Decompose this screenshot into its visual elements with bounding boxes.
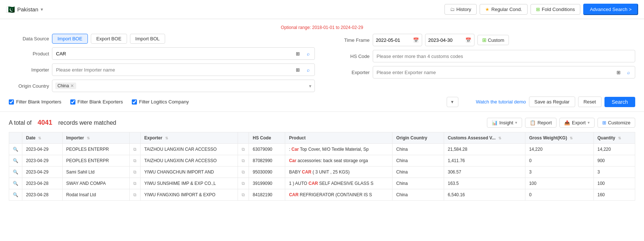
reset-btn[interactable]: Reset xyxy=(578,96,602,107)
row-importer: PEOPLES ENTERPR xyxy=(62,155,129,167)
th-gross-weight[interactable]: Gross Weight(KG) ⇅ xyxy=(525,132,594,144)
row-hscode: 84182190 xyxy=(249,189,285,201)
row-search-icon[interactable]: 🔍 xyxy=(9,155,22,167)
row-importer: SWAY AND COMPA xyxy=(62,178,129,189)
row-copy-exporter[interactable]: ⧉ xyxy=(238,189,249,201)
row-copy-importer[interactable]: ⧉ xyxy=(130,178,141,189)
th-origin: Origin Country xyxy=(392,132,444,144)
row-importer: PEOPLES ENTERPR xyxy=(62,144,129,155)
filter-logistics[interactable]: Filter Logitics Company xyxy=(132,99,189,105)
search-area: Optional range: 2018-01-01 to 2024-02-29… xyxy=(0,19,644,112)
insight-btn[interactable]: 📊 Insight ▾ xyxy=(487,118,522,128)
date-from-input[interactable] xyxy=(376,37,411,43)
row-quantity: 900 xyxy=(593,155,635,167)
report-btn[interactable]: 📋 Report xyxy=(525,118,556,128)
report-icon: 📋 xyxy=(530,120,536,125)
th-hscode: HS Code xyxy=(249,132,285,144)
exporter-translate-icon[interactable]: ⊞ xyxy=(614,68,623,77)
row-product: 1 ) AUTO CAR SELF ADHESIVE GLASS S xyxy=(285,178,392,189)
star-icon: ★ xyxy=(485,7,489,12)
fold-conditions-button[interactable]: ⊞ Fold Conditions xyxy=(531,4,580,15)
row-search-icon[interactable]: 🔍 xyxy=(9,189,22,201)
calendar-to-icon[interactable]: 📅 xyxy=(465,37,471,43)
product-translate-icon[interactable]: ⊞ xyxy=(294,49,302,58)
row-date: 2023-04-28 xyxy=(22,178,63,189)
hs-code-label: HS Code xyxy=(330,54,370,59)
expand-filters-btn[interactable]: ▾ xyxy=(447,97,458,107)
advanced-search-button[interactable]: Advanced Search > xyxy=(583,4,638,15)
export-boe-btn[interactable]: Export BOE xyxy=(91,34,127,44)
row-hscode: 63079090 xyxy=(249,144,285,155)
row-gross-weight: 3 xyxy=(525,167,594,178)
date-to-input[interactable] xyxy=(428,37,463,43)
row-search-icon[interactable]: 🔍 xyxy=(9,144,22,155)
timeframe-row: Time Frame 📅 📅 ⊞ Custom xyxy=(330,34,636,46)
timeframe-label: Time Frame xyxy=(330,37,370,43)
import-bol-btn[interactable]: Import BOL xyxy=(130,34,165,44)
th-actions xyxy=(9,132,22,144)
row-date: 2023-04-29 xyxy=(22,167,63,178)
calendar-from-icon[interactable]: 📅 xyxy=(413,37,419,43)
th-customs-value[interactable]: Customs Assessed V... ⇅ xyxy=(444,132,525,144)
row-copy-importer[interactable]: ⧉ xyxy=(130,155,141,167)
exporter-search-icon[interactable]: ⌕ xyxy=(624,68,633,77)
filter-blank-exporters[interactable]: Filter Blank Exporters xyxy=(70,99,123,105)
row-search-icon[interactable]: 🔍 xyxy=(9,178,22,189)
row-copy-exporter[interactable]: ⧉ xyxy=(238,155,249,167)
country-selector[interactable]: 🇵🇰 Pakistan ▾ xyxy=(6,5,43,14)
importer-translate-icon[interactable]: ⊞ xyxy=(294,65,302,74)
export-icon: 📤 xyxy=(564,120,570,125)
th-date[interactable]: Date ⇅ xyxy=(22,132,63,144)
th-importer[interactable]: Importer ⇅ xyxy=(62,132,129,144)
export-btn[interactable]: 📤 Export ▾ xyxy=(559,118,595,128)
row-product: BABY CAR ( 3 UNIT , 25 KGS) xyxy=(285,167,392,178)
datasource-buttons: Import BOE Export BOE Import BOL xyxy=(52,34,165,44)
row-date: 2023-04-29 xyxy=(22,155,63,167)
history-button[interactable]: 🗂 History xyxy=(444,4,477,15)
th-quantity[interactable]: Quantity ⇅ xyxy=(593,132,635,144)
row-copy-exporter[interactable]: ⧉ xyxy=(238,167,249,178)
product-input[interactable] xyxy=(52,47,315,60)
customize-icon: ⊞ xyxy=(602,120,606,125)
product-search-icon[interactable]: ⌕ xyxy=(304,49,313,58)
exporter-row: Exporter ⊞ ⌕ xyxy=(330,66,636,78)
import-boe-btn[interactable]: Import BOE xyxy=(52,34,88,44)
results-count: A total of 4041 records were matched xyxy=(9,119,116,127)
row-copy-exporter[interactable]: ⧉ xyxy=(238,144,249,155)
th-exporter[interactable]: Exporter ⇅ xyxy=(141,132,238,144)
filter-blank-importers[interactable]: Filter Blank Importers xyxy=(9,99,62,105)
importer-search-icon[interactable]: ⌕ xyxy=(304,65,313,74)
row-copy-exporter[interactable]: ⧉ xyxy=(238,178,249,189)
exporter-input[interactable] xyxy=(373,66,636,78)
importer-label: Importer xyxy=(9,67,49,73)
row-exporter: TAIZHOU LANGXIN CAR ACCESSO xyxy=(141,155,238,167)
row-origin: China xyxy=(392,189,444,201)
china-tag-close[interactable]: ✕ xyxy=(70,83,74,88)
row-search-icon[interactable]: 🔍 xyxy=(9,167,22,178)
row-gross-weight: 0 xyxy=(525,155,594,167)
search-form-grid: Data Source Import BOE Export BOE Import… xyxy=(9,34,635,92)
row-customs-value: 1,411.76 xyxy=(444,155,525,167)
data-table: Date ⇅ Importer ⇅ Exporter ⇅ HS Code Pro… xyxy=(9,132,635,201)
origin-country-select[interactable]: China ✕ ▾ xyxy=(52,80,315,92)
regular-cond-button[interactable]: ★ Regular Cond. xyxy=(480,4,528,15)
watch-tutorial-link[interactable]: Watch the tutorial demo xyxy=(476,99,526,105)
customize-btn[interactable]: ⊞ Customize xyxy=(598,118,635,128)
row-copy-importer[interactable]: ⧉ xyxy=(130,167,141,178)
row-copy-importer[interactable]: ⧉ xyxy=(130,189,141,201)
row-exporter: YIWU SUNSHIME IMP & EXP CO.,L xyxy=(141,178,238,189)
search-btn[interactable]: Search xyxy=(604,97,635,107)
results-header: A total of 4041 records were matched 📊 I… xyxy=(9,118,635,128)
row-copy-importer[interactable]: ⧉ xyxy=(130,144,141,155)
row-hscode: 95030090 xyxy=(249,167,285,178)
hs-code-input[interactable] xyxy=(373,50,636,62)
save-regular-btn[interactable]: Save as Regular xyxy=(529,96,575,107)
row-customs-value: 21,584.28 xyxy=(444,144,525,155)
chevron-down-icon: ▾ xyxy=(41,7,43,12)
row-exporter: YIWU FANGXING IMPORT & EXPO xyxy=(141,189,238,201)
row-customs-value: 6,540.16 xyxy=(444,189,525,201)
importer-input[interactable] xyxy=(52,63,315,76)
optional-range: Optional range: 2018-01-01 to 2024-02-29 xyxy=(9,25,635,30)
custom-btn[interactable]: ⊞ Custom xyxy=(477,35,509,45)
origin-country-label: Origin Country xyxy=(9,83,49,89)
